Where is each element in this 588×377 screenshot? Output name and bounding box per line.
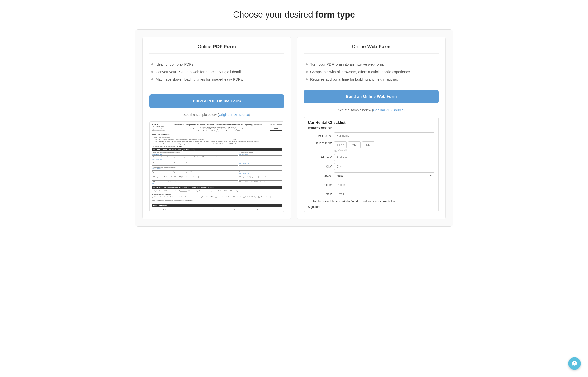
dob-row — [334, 141, 435, 148]
city-label: City* — [308, 165, 332, 168]
web-card-title: Online Web Form — [304, 44, 438, 54]
build-web-button[interactable]: Build an Online Web Form — [304, 90, 438, 103]
bullet-dot — [306, 71, 308, 73]
city-input[interactable] — [334, 163, 435, 170]
chat-icon — [571, 360, 578, 367]
pdf-bullet-list: Ideal for complex PDFs. Convert your PDF… — [150, 58, 284, 90]
address-input[interactable] — [334, 154, 435, 161]
state-select[interactable]: NSW VIC QLD WA SA — [334, 172, 435, 179]
web-form-section: Renter's section — [308, 126, 435, 130]
pdf-part2-header: Part II Claim of Tax Treaty Benefits (fo… — [151, 186, 282, 189]
dob-yyyy-input[interactable] — [334, 141, 346, 148]
list-item: Turn your PDF form into an intuitive web… — [306, 62, 437, 66]
pdf-form-name: W-8BEN — [151, 124, 166, 126]
page-wrapper: Choose your desired form type Online PDF… — [130, 0, 458, 241]
fullname-input[interactable] — [334, 132, 435, 139]
email-label: Email* — [308, 192, 332, 196]
pdf-bullet-connected: • You are a beneficial owner claiming th… — [152, 141, 282, 142]
pdf-bullet-us-citizen: • You are a U.S. citizen or other U.S. p… — [152, 138, 282, 140]
bullet-dot — [306, 63, 308, 65]
chat-button[interactable] — [568, 357, 581, 370]
fullname-field-row: Full name* — [308, 132, 435, 139]
bullet-dot — [306, 78, 308, 80]
inspection-label: I've inspected the car exterior/interior… — [313, 200, 396, 203]
pdf-part1-header: Part I Identification of Beneficial Owne… — [151, 148, 282, 151]
city-field-row: City* — [308, 163, 435, 170]
fullname-label: Full name* — [308, 134, 332, 137]
email-input[interactable] — [334, 191, 435, 197]
pdf-bullet-compensation: • You are a beneficial owner who is rece… — [152, 143, 282, 145]
web-card: Online Web Form Turn your PDF form into … — [297, 37, 446, 219]
web-sample-text: See the sample below (Original PDF sourc… — [304, 108, 438, 112]
address-field-row: Address* — [308, 154, 435, 161]
cards-container: Online PDF Form Ideal for complex PDFs. … — [135, 29, 453, 227]
web-original-link[interactable]: Original PDF source — [373, 108, 404, 112]
pdf-card-title: Online PDF Form — [150, 44, 284, 54]
phone-label: Phone* — [308, 183, 332, 187]
pdf-do-not: Do NOT use this form if: — [151, 133, 282, 136]
pdf-form-desc: Certificate of Foreign Status of Benefic… — [168, 124, 268, 132]
inspection-checkbox[interactable] — [308, 200, 311, 203]
page-title: Choose your desired form type — [135, 10, 453, 20]
state-label: State* — [308, 174, 332, 177]
pdf-part3-header: Part III Certification — [151, 204, 282, 207]
signature-label: Signature* — [308, 205, 435, 209]
inspection-checkbox-row: I've inspected the car exterior/interior… — [308, 200, 435, 203]
list-item: Convert your PDF to a web form, preservi… — [151, 70, 282, 74]
pdf-bullet-not-individual: • You are NOT an individual — [152, 136, 282, 138]
state-field-row: State* NSW VIC QLD WA SA — [308, 172, 435, 179]
phone-input[interactable] — [334, 181, 435, 188]
bullet-dot — [151, 71, 153, 73]
web-bullet-list: Turn your PDF form into an intuitive web… — [304, 58, 438, 85]
email-field-row: Email* — [308, 191, 435, 197]
web-form-title: Car Rental Checklist — [308, 120, 435, 125]
dob-hint: yyyy/mm/dd — [334, 149, 435, 152]
pdf-original-link[interactable]: Original PDF source — [219, 113, 249, 117]
build-pdf-button[interactable]: Build a PDF Online Form — [150, 94, 284, 108]
pdf-form-rev: (Rev. February 2014) — [151, 126, 166, 128]
list-item: Ideal for complex PDFs. — [151, 62, 282, 66]
bullet-dot — [151, 78, 153, 80]
dob-field-row: Date of Birth* yyyy/mm/dd — [308, 141, 435, 152]
dob-mm-input[interactable] — [348, 141, 360, 148]
pdf-preview: W-8BEN (Rev. February 2014) Department o… — [150, 121, 284, 212]
list-item: May have slower loading times for image-… — [151, 77, 282, 81]
pdf-barcode: W8IT — [270, 126, 282, 131]
pdf-dept: Department of the Treasury Internal Reve… — [151, 128, 166, 132]
list-item: Compatible with all browsers, offers a q… — [306, 70, 437, 74]
web-form-preview: Car Rental Checklist Renter's section Fu… — [304, 117, 438, 212]
list-item: Requires additional time for building an… — [306, 77, 437, 81]
dob-inputs: yyyy/mm/dd — [334, 141, 435, 152]
pdf-bullet-intermediary: • A person acting as an intermediary W-8… — [152, 145, 282, 147]
address-label: Address* — [308, 156, 332, 159]
phone-field-row: Phone* — [308, 181, 435, 188]
bullet-dot — [151, 63, 153, 65]
pdf-card: Online PDF Form Ideal for complex PDFs. … — [142, 37, 291, 219]
dob-dd-input[interactable] — [362, 141, 374, 148]
pdf-sample-text: See the sample below (Original PDF sourc… — [150, 113, 284, 117]
dob-label: Date of Birth* — [308, 141, 332, 145]
